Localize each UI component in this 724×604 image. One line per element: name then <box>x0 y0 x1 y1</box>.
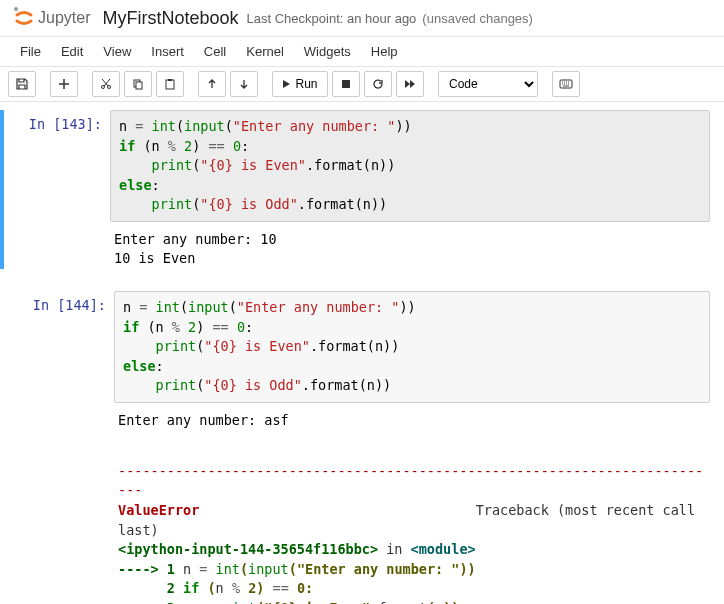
copy-icon <box>132 78 144 90</box>
menu-view[interactable]: View <box>93 38 141 65</box>
move-down-button[interactable] <box>230 71 258 97</box>
notebook-name[interactable]: MyFirstNotebook <box>102 8 238 29</box>
svg-rect-6 <box>168 79 172 81</box>
menu-widgets[interactable]: Widgets <box>294 38 361 65</box>
menu-help[interactable]: Help <box>361 38 408 65</box>
traceback-error-name: ValueError <box>118 502 199 518</box>
traceback-frame: <ipython-input-144-35654f116bbc> <box>118 541 378 557</box>
menu-kernel[interactable]: Kernel <box>236 38 294 65</box>
run-button[interactable]: Run <box>272 71 328 97</box>
arrow-up-icon <box>206 78 218 90</box>
svg-rect-4 <box>136 82 142 89</box>
fast-forward-icon <box>404 79 416 89</box>
traceback-module: <module> <box>411 541 476 557</box>
checkpoint-text: Last Checkpoint: an hour ago <box>247 11 417 26</box>
move-up-button[interactable] <box>198 71 226 97</box>
stop-button[interactable] <box>332 71 360 97</box>
paste-icon <box>164 78 176 90</box>
arrow-down-icon <box>238 78 250 90</box>
unsaved-text: (unsaved changes) <box>422 11 533 26</box>
code-content[interactable]: n = int(input("Enter any number: ")) if … <box>119 117 701 215</box>
header: Jupyter MyFirstNotebook Last Checkpoint:… <box>0 0 724 37</box>
stop-icon <box>341 79 351 89</box>
keyboard-icon <box>559 79 573 89</box>
code-content[interactable]: n = int(input("Enter any number: ")) if … <box>123 298 701 396</box>
jupyter-logo[interactable]: Jupyter <box>10 4 90 32</box>
input-prompt: In [143]: <box>4 110 110 269</box>
run-label: Run <box>295 77 317 91</box>
code-cell[interactable]: In [144]: n = int(input("Enter any numbe… <box>0 291 724 604</box>
add-cell-button[interactable] <box>50 71 78 97</box>
jupyter-logo-icon <box>10 4 38 32</box>
command-palette-button[interactable] <box>552 71 580 97</box>
notebook-container: In [143]: n = int(input("Enter any numbe… <box>0 102 724 604</box>
play-icon <box>282 79 291 89</box>
cell-output: Enter any number: 10 10 is Even <box>110 222 710 269</box>
cut-icon <box>100 78 112 90</box>
menubar: File Edit View Insert Cell Kernel Widget… <box>0 37 724 67</box>
input-prompt: In [144]: <box>4 291 114 604</box>
cell-type-select[interactable]: Code <box>438 71 538 97</box>
svg-point-0 <box>14 7 18 11</box>
save-button[interactable] <box>8 71 36 97</box>
svg-rect-5 <box>166 80 174 89</box>
save-icon <box>15 77 29 91</box>
restart-button[interactable] <box>364 71 392 97</box>
cell-output: Enter any number: asf <box>114 403 710 431</box>
code-input-area[interactable]: n = int(input("Enter any number: ")) if … <box>110 110 710 222</box>
traceback: ----------------------------------------… <box>114 440 710 604</box>
menu-cell[interactable]: Cell <box>194 38 236 65</box>
code-input-area[interactable]: n = int(input("Enter any number: ")) if … <box>114 291 710 403</box>
plus-icon <box>58 78 70 90</box>
toolbar: Run Code <box>0 67 724 102</box>
menu-insert[interactable]: Insert <box>141 38 194 65</box>
svg-rect-7 <box>342 80 350 88</box>
logo-text: Jupyter <box>38 9 90 27</box>
paste-button[interactable] <box>156 71 184 97</box>
copy-button[interactable] <box>124 71 152 97</box>
menu-edit[interactable]: Edit <box>51 38 93 65</box>
code-cell[interactable]: In [143]: n = int(input("Enter any numbe… <box>0 110 724 269</box>
restart-run-all-button[interactable] <box>396 71 424 97</box>
menu-file[interactable]: File <box>10 38 51 65</box>
traceback-separator: ----------------------------------------… <box>118 463 703 499</box>
cut-button[interactable] <box>92 71 120 97</box>
restart-icon <box>372 78 384 90</box>
